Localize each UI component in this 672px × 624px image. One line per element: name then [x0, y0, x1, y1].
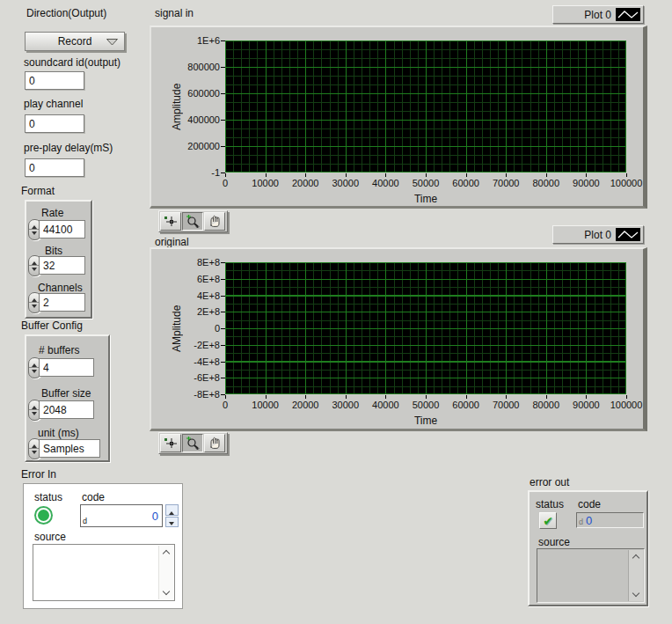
rate-label: Rate — [41, 207, 63, 219]
scrollbar[interactable] — [628, 550, 643, 601]
x-tick-mark — [426, 395, 427, 399]
y-tick-label: -2E+8 — [194, 340, 220, 350]
channels-label: Channels — [38, 282, 83, 294]
cursor-tool-button[interactable] — [160, 434, 181, 452]
error-out-cluster: status ✔ code d 0 source — [528, 490, 648, 606]
buffer-size-label: Buffer size — [41, 387, 91, 400]
bits-label: Bits — [45, 245, 62, 257]
x-tick-mark — [346, 395, 347, 399]
x-tick-mark — [466, 395, 467, 399]
x-tick-label: 0 — [223, 178, 228, 188]
plot-area[interactable] — [225, 262, 626, 394]
error-in-status-led[interactable] — [36, 508, 51, 523]
x-axis-labels: 0100002000030000400005000060000700008000… — [225, 400, 626, 411]
direction-value: Record — [58, 35, 92, 48]
x-tick-mark — [305, 395, 306, 399]
error-in-code-value: 0 — [152, 510, 158, 523]
zoom-tool-button[interactable] — [182, 212, 203, 231]
soundcard-id-label: soundcard id(output) — [24, 56, 121, 69]
x-tick-mark — [305, 173, 306, 177]
x-tick-label: 10000 — [252, 178, 279, 188]
zoom-tool-button[interactable] — [182, 434, 203, 452]
scroll-down-icon[interactable] — [163, 589, 171, 597]
preplay-delay-label: pre-play delay(mS) — [24, 142, 113, 154]
x-tick-label: 90000 — [573, 178, 600, 188]
error-out-code-field[interactable]: d 0 — [576, 512, 644, 528]
error-in-cluster: status code d 0 source — [23, 483, 183, 609]
x-tick-label: 20000 — [292, 178, 319, 188]
buffer-size-input[interactable] — [39, 400, 94, 419]
scroll-up-icon[interactable] — [163, 548, 171, 556]
x-tick-label: 30000 — [332, 400, 360, 410]
x-tick-label: 100000 — [610, 400, 643, 410]
error-in-code-field[interactable]: d 0 — [80, 504, 163, 527]
x-tick-mark — [506, 395, 507, 399]
y-tick-label: -8E+8 — [194, 389, 220, 400]
format-cluster: Rate Bits Channels — [25, 200, 92, 319]
play-channel-input[interactable] — [25, 114, 84, 133]
error-in-source-textarea[interactable] — [33, 544, 175, 601]
x-tick-mark — [546, 173, 547, 177]
buffer-config-cluster-label: Buffer Config — [21, 319, 83, 332]
x-tick-label: 40000 — [372, 178, 399, 188]
y-tick-label: -1 — [211, 167, 220, 178]
labview-front-panel: Direction(Output) Record soundcard id(ou… — [0, 0, 672, 624]
x-tick-mark — [385, 395, 386, 399]
plot-line-sample-icon[interactable] — [616, 228, 640, 241]
scroll-up-icon[interactable] — [632, 553, 640, 561]
y-tick-label: -6E+8 — [194, 372, 220, 383]
scrollbar[interactable] — [158, 546, 173, 599]
x-axis-ticks — [225, 173, 626, 177]
channels-input[interactable] — [39, 293, 85, 312]
soundcard-id-input[interactable] — [25, 71, 84, 90]
y-tick-label: 4E+8 — [197, 290, 220, 301]
plot-legend[interactable]: Plot 0 — [552, 5, 644, 24]
error-out-code-value: 0 — [586, 514, 592, 527]
x-tick-mark — [266, 395, 267, 399]
x-tick-mark — [266, 173, 267, 177]
x-tick-mark — [426, 173, 427, 177]
error-in-code-spinner — [165, 504, 179, 527]
x-tick-label: 0 — [223, 400, 228, 410]
cursor-tool-button[interactable] — [160, 212, 181, 231]
x-tick-label: 50000 — [413, 400, 440, 410]
plot-legend-label: Plot 0 — [584, 9, 611, 21]
plot-line-sample-icon[interactable] — [616, 8, 640, 21]
bits-input[interactable] — [39, 256, 85, 275]
num-buffers-input[interactable] — [39, 358, 94, 377]
error-out-code-label: code — [578, 498, 601, 510]
x-tick-mark — [626, 395, 627, 399]
direction-dropdown[interactable]: Record — [25, 32, 125, 51]
error-out-source-textarea[interactable] — [537, 548, 645, 603]
x-tick-label: 10000 — [252, 400, 279, 410]
plot-legend[interactable]: Plot 0 — [552, 225, 644, 244]
error-out-status-indicator[interactable]: ✔ — [539, 512, 557, 529]
y-tick-label: 600000 — [187, 88, 220, 99]
preplay-delay-input[interactable] — [25, 158, 84, 177]
chevron-down-icon — [106, 38, 119, 47]
x-tick-label: 70000 — [493, 178, 520, 188]
y-tick-label: 800000 — [187, 62, 220, 72]
plot-area[interactable] — [225, 40, 626, 173]
x-tick-label: 60000 — [452, 400, 479, 410]
error-in-code-label: code — [82, 491, 105, 503]
y-tick-label: -4E+8 — [194, 356, 220, 367]
x-tick-mark — [506, 173, 507, 177]
scroll-down-icon[interactable] — [632, 591, 640, 598]
unit-input[interactable] — [39, 439, 100, 458]
pan-tool-button[interactable] — [204, 434, 225, 452]
direction-label: Direction(Output) — [26, 7, 106, 19]
y-tick-label: 200000 — [187, 141, 220, 151]
rate-input[interactable] — [39, 220, 85, 239]
spin-down-button[interactable] — [165, 517, 179, 528]
pan-tool-button[interactable] — [204, 212, 225, 231]
x-tick-mark — [346, 173, 347, 177]
waveform-graph-signal-in: Amplitude 1E+6800000600000400000200000-1… — [150, 26, 647, 209]
error-in-cluster-label: Error In — [21, 468, 56, 481]
error-in-status-label: status — [34, 491, 62, 503]
x-tick-label: 50000 — [413, 178, 440, 188]
unit-label: unit (ms) — [38, 427, 79, 439]
format-cluster-label: Format — [21, 185, 55, 197]
spin-up-button[interactable] — [165, 504, 179, 516]
x-tick-label: 70000 — [493, 400, 520, 410]
